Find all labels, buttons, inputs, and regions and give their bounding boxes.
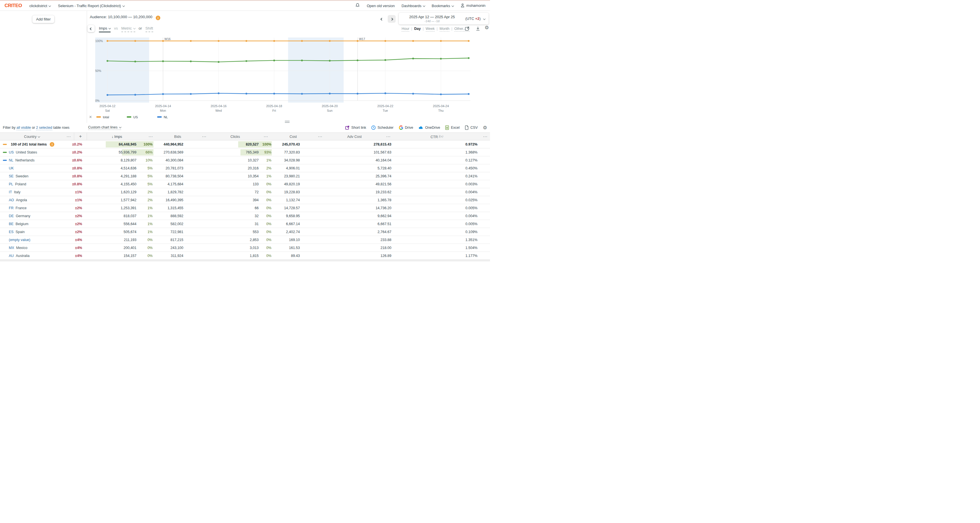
next-range-button[interactable] — [388, 15, 396, 23]
country-cell[interactable]: UK — [0, 166, 64, 170]
bookmarks-menu[interactable]: Bookmarks — [432, 4, 453, 8]
country-name: Mexico — [16, 246, 27, 250]
table-row[interactable]: SE Sweden ±0.8% 4,291,188 5% 80,738,504 … — [0, 172, 490, 180]
adv-cost-column-menu-icon[interactable]: ··· — [384, 135, 393, 139]
table-row[interactable]: MX Mexico ±4% 200,401 0% 243,100 3,013 0… — [0, 244, 490, 252]
dashboards-menu[interactable]: Dashboards — [402, 4, 425, 8]
ctr-column-menu-icon[interactable]: ··· — [481, 135, 490, 139]
open-in-new-icon[interactable] — [465, 26, 469, 32]
info-icon[interactable]: i — [156, 16, 160, 20]
compare-metric-dropdown[interactable]: Metric — [121, 26, 135, 32]
country-code[interactable]: MX — [9, 246, 14, 250]
clicks-column-menu-icon[interactable]: ··· — [262, 135, 270, 139]
column-header-imps-sorted[interactable]: ↓ Imps — [87, 135, 147, 139]
table-row[interactable]: US United States ±0.2% 55,936,799 66% 27… — [0, 148, 490, 156]
column-header-country[interactable]: Country — [0, 135, 64, 139]
bell-icon[interactable] — [355, 3, 360, 8]
add-filter-button[interactable]: Add filter — [32, 15, 54, 23]
account-switcher[interactable]: clickdistrict — [29, 4, 51, 8]
country-code[interactable]: DE — [9, 214, 14, 218]
chart-settings-gear-icon[interactable]: ⚙ — [485, 25, 489, 30]
bids-column-menu-icon[interactable]: ··· — [200, 135, 208, 139]
imps-column-menu-icon[interactable]: ··· — [147, 135, 155, 139]
table-row[interactable]: FR France ±2% 1,253,391 1% 1,315,455 66 … — [0, 204, 490, 212]
table-row[interactable]: (empty value) ±4% 211,193 0% 817,215 2,8… — [0, 236, 490, 244]
custom-chart-lines-dropdown[interactable]: Custom chart lines — [88, 126, 121, 130]
google-drive-button[interactable]: Drive — [399, 126, 413, 130]
country-cell[interactable]: BE Belgium — [0, 222, 64, 226]
report-title-dropdown[interactable]: Selenium - Traffic Report (Clickdistrict… — [58, 4, 124, 8]
country-cell[interactable]: SE Sweden — [0, 174, 64, 178]
column-header-adv-cost[interactable]: Adv Cost — [325, 135, 384, 139]
country-name: Germany — [16, 214, 30, 218]
short-link-button[interactable]: Short link — [345, 126, 366, 130]
column-header-clicks[interactable]: Clicks — [208, 135, 262, 139]
country-column-menu-icon[interactable]: ··· — [64, 135, 74, 139]
country-code[interactable]: FR — [9, 206, 14, 210]
country-cell[interactable]: FR France — [0, 206, 64, 210]
table-row[interactable]: IT Italy ±1% 1,620,129 2% 1,829,782 72 0… — [0, 188, 490, 196]
table-row[interactable]: AO Angola ±1% 1,577,942 2% 16,490,395 39… — [0, 196, 490, 204]
country-cell[interactable]: ES Spain — [0, 230, 64, 234]
legend-item-nl[interactable]: NL — [157, 115, 188, 119]
table-row[interactable]: ES Spain ±2% 505,674 1% 722,981 553 0% 2… — [0, 228, 490, 236]
table-row[interactable]: AU Australia ±4% 154,157 0% 311,924 1,81… — [0, 252, 490, 260]
traffic-share-line-chart[interactable]: W16W170%50%100%2025-04-12Sat2025-04-14Mo… — [87, 35, 490, 115]
table-row[interactable]: PL Poland ±0.8% 4,155,450 5% 4,175,684 1… — [0, 180, 490, 188]
column-header-cost[interactable]: Cost — [270, 135, 316, 139]
info-icon[interactable]: i — [50, 142, 54, 147]
shift-option[interactable]: Shift — [146, 26, 153, 32]
table-row[interactable]: BE Belgium ±2% 556,644 1% 582,002 31 0% … — [0, 220, 490, 228]
country-code[interactable]: US — [9, 150, 14, 154]
download-icon[interactable] — [476, 26, 480, 32]
country-code[interactable]: (empty value) — [9, 238, 30, 242]
country-cell[interactable]: IT Italy — [0, 190, 64, 194]
country-cell[interactable]: US United States — [0, 150, 64, 154]
excel-export-button[interactable]: Excel — [445, 126, 460, 130]
country-cell[interactable]: 100 of 241 total items i — [0, 142, 64, 147]
scheduler-button[interactable]: Scheduler — [371, 126, 393, 130]
open-old-version-link[interactable]: Open old version — [367, 4, 395, 8]
legend-item-total[interactable]: total — [96, 115, 127, 119]
country-cell[interactable]: MX Mexico — [0, 246, 64, 250]
country-code[interactable]: IT — [9, 190, 12, 194]
country-code[interactable]: AO — [9, 198, 14, 202]
country-code[interactable]: SE — [9, 174, 14, 178]
country-code[interactable]: BE — [9, 222, 14, 226]
table-settings-gear-icon[interactable]: ⚙ — [483, 125, 487, 131]
country-code[interactable]: ES — [9, 230, 14, 234]
column-header-ctr[interactable]: CTR f(x) — [393, 134, 481, 139]
country-cell[interactable]: AO Angola — [0, 198, 64, 202]
table-row[interactable]: DE Germany ±2% 818,037 1% 888,592 32 0% … — [0, 212, 490, 220]
country-code[interactable]: NL — [9, 158, 13, 162]
country-cell[interactable]: PL Poland — [0, 182, 64, 186]
country-cell[interactable]: NL Netherlands — [0, 158, 64, 162]
collapse-metric-button[interactable] — [88, 25, 95, 32]
granularity-day-selected[interactable]: Day — [414, 27, 421, 31]
country-code[interactable]: AU — [9, 254, 14, 258]
cost-column-menu-icon[interactable]: ··· — [316, 135, 325, 139]
filter-selected-link[interactable]: 2 selected — [36, 126, 52, 130]
column-header-bids[interactable]: Bids — [155, 135, 200, 139]
add-column-button[interactable]: + — [74, 133, 87, 141]
granularity-month[interactable]: Month — [440, 27, 450, 32]
onedrive-button[interactable]: OneDrive — [418, 126, 440, 130]
date-range-picker[interactable]: 2025 Apr 12 — 2025 Apr 25 -14d — -1d (UT… — [399, 13, 488, 24]
previous-range-button[interactable] — [379, 16, 385, 21]
country-cell[interactable]: AU Australia — [0, 254, 64, 258]
country-cell[interactable]: DE Germany — [0, 214, 64, 218]
filter-all-visible-link[interactable]: all visible — [16, 126, 31, 130]
granularity-hour[interactable]: Hour — [402, 27, 409, 32]
legend-close-icon[interactable]: ✕ — [89, 115, 96, 119]
table-row[interactable]: UK ±0.8% 4,514,636 5% 20,781,073 20,316 … — [0, 164, 490, 172]
table-row[interactable]: 100 of 241 total items i ±0.2% 84,448,94… — [0, 140, 490, 148]
country-code[interactable]: UK — [9, 166, 14, 170]
legend-item-us[interactable]: US — [127, 115, 157, 119]
country-code[interactable]: PL — [9, 182, 13, 186]
country-cell[interactable]: (empty value) — [0, 238, 64, 242]
user-menu[interactable]: mshamonin — [460, 3, 485, 8]
csv-export-button[interactable]: CSV — [465, 126, 478, 130]
granularity-week[interactable]: Week — [426, 27, 435, 32]
metric-dropdown[interactable]: Imps — [99, 26, 111, 32]
table-row[interactable]: NL Netherlands ±0.6% 8,129,807 10% 40,30… — [0, 156, 490, 164]
